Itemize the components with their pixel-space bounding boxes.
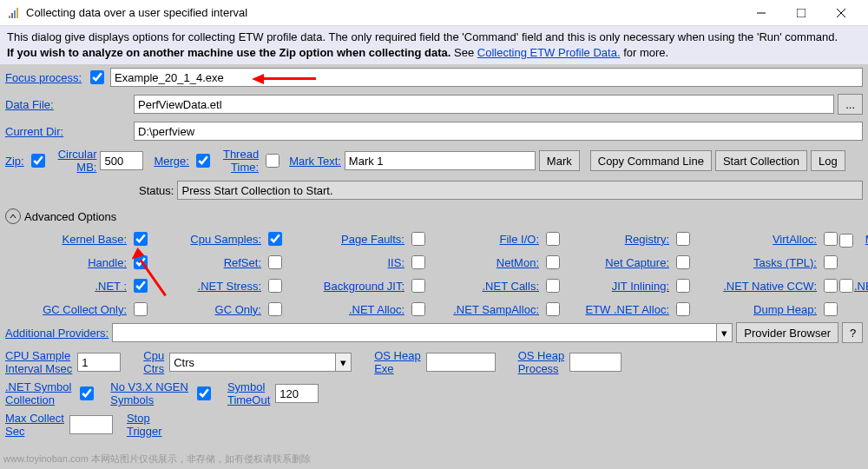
intro-link[interactable]: Collecting ETW Profile Data. [477, 46, 621, 59]
mark-text-label[interactable]: Mark Text: [289, 155, 341, 168]
focus-process-input[interactable] [110, 68, 863, 87]
net-stress-checkbox[interactable] [268, 279, 282, 293]
circular-mb-label[interactable]: Circular MB: [58, 148, 97, 174]
current-dir-input[interactable] [134, 122, 863, 141]
tasks-tpl-label[interactable]: Tasks (TPL): [699, 256, 820, 269]
no-v3x-ngen-checkbox[interactable] [197, 386, 211, 400]
net-calls-label[interactable]: .NET Calls: [434, 280, 542, 293]
minimize-button[interactable] [741, 0, 781, 26]
net-native-ccw-checkbox[interactable] [824, 279, 838, 293]
data-file-label[interactable]: Data File: [5, 98, 83, 111]
jit-inlining-label[interactable]: JIT Inlining: [569, 280, 673, 293]
cpu-ctrs-dropdown[interactable]: ▾ [336, 353, 352, 372]
net-capture-label[interactable]: Net Capture: [569, 256, 673, 269]
net-checkbox[interactable] [134, 279, 148, 293]
status-text [177, 181, 863, 200]
net-stress-label[interactable]: .NET Stress: [156, 280, 265, 293]
circular-mb-input[interactable] [100, 151, 143, 170]
netmon-label[interactable]: NetMon: [434, 256, 542, 269]
file-io-checkbox[interactable] [546, 232, 560, 246]
virtalloc-label[interactable]: VirtAlloc: [699, 233, 820, 246]
etw-net-alloc-checkbox[interactable] [676, 302, 690, 316]
merge-checkbox[interactable] [196, 154, 210, 168]
cpu-ctrs-input[interactable] [169, 353, 336, 372]
page-faults-label[interactable]: Page Faults: [291, 233, 408, 246]
mark-text-input[interactable] [345, 151, 536, 170]
os-heap-exe-input[interactable] [426, 353, 496, 372]
netmon-checkbox[interactable] [546, 255, 560, 269]
tasks-tpl-checkbox[interactable] [824, 255, 838, 269]
background-jit-label[interactable]: Background JIT: [291, 280, 408, 293]
handle-label[interactable]: Handle: [9, 256, 130, 269]
gc-collect-only-label[interactable]: GC Collect Only: [9, 303, 130, 316]
background-jit-checkbox[interactable] [411, 279, 425, 293]
gc-collect-only-checkbox[interactable] [134, 302, 148, 316]
registry-checkbox[interactable] [676, 232, 690, 246]
os-heap-process-label[interactable]: OS Heap Process [518, 349, 564, 375]
help-button[interactable]: ? [842, 322, 863, 343]
current-dir-label[interactable]: Current Dir: [5, 125, 83, 138]
additional-providers-label[interactable]: Additional Providers: [5, 327, 108, 340]
refset-label[interactable]: RefSet: [156, 256, 265, 269]
start-collection-button[interactable]: Start Collection [715, 150, 807, 171]
cpu-samples-checkbox[interactable] [268, 232, 282, 246]
net-sampalloc-checkbox[interactable] [546, 302, 560, 316]
net-symbol-collection-checkbox[interactable] [80, 386, 94, 400]
symbol-timeout-input[interactable] [275, 384, 319, 403]
data-file-input[interactable] [134, 95, 834, 114]
net-sampalloc-label[interactable]: .NET SampAlloc: [434, 303, 542, 316]
additional-providers-input[interactable] [112, 323, 717, 342]
advanced-toggle[interactable] [5, 208, 21, 224]
net-label[interactable]: .NET : [9, 280, 130, 293]
file-io-label[interactable]: File I/O: [434, 233, 542, 246]
dump-heap-checkbox[interactable] [824, 302, 838, 316]
cpu-sample-interval-input[interactable] [77, 353, 121, 372]
refset-checkbox[interactable] [268, 255, 282, 269]
os-heap-process-input[interactable] [569, 353, 621, 372]
merge-label[interactable]: Merge: [154, 155, 188, 168]
net-native-ccw-label[interactable]: .NET Native CCW: [699, 280, 820, 293]
zip-checkbox[interactable] [31, 154, 45, 168]
gc-only-checkbox[interactable] [268, 302, 282, 316]
dump-heap-label[interactable]: Dump Heap: [699, 303, 820, 316]
max-collect-sec-input[interactable] [69, 415, 113, 434]
additional-providers-dropdown[interactable]: ▾ [717, 323, 733, 342]
cpu-samples-label[interactable]: Cpu Samples: [156, 233, 265, 246]
net-loader-checkbox[interactable] [839, 279, 853, 293]
zip-label[interactable]: Zip: [5, 155, 24, 168]
virtalloc-checkbox[interactable] [824, 232, 838, 246]
stop-trigger-label[interactable]: Stop Trigger [127, 412, 162, 438]
max-collect-sec-label[interactable]: Max Collect Sec [5, 412, 64, 438]
maximize-button[interactable] [781, 0, 821, 26]
thread-time-label[interactable]: Thread Time: [223, 148, 259, 174]
iis-checkbox[interactable] [411, 255, 425, 269]
mark-button[interactable]: Mark [539, 150, 580, 171]
jit-inlining-checkbox[interactable] [676, 279, 690, 293]
thread-time-checkbox[interactable] [266, 154, 279, 168]
iis-label[interactable]: IIS: [291, 256, 408, 269]
registry-label[interactable]: Registry: [569, 233, 673, 246]
net-capture-checkbox[interactable] [676, 255, 690, 269]
os-heap-exe-label[interactable]: OS Heap Exe [374, 349, 420, 375]
focus-process-label[interactable]: Focus process: [5, 71, 83, 84]
cpu-ctrs-label[interactable]: Cpu Ctrs [143, 349, 164, 375]
no-v3x-ngen-label[interactable]: No V3.X NGEN Symbols [110, 380, 188, 406]
log-button[interactable]: Log [811, 150, 845, 171]
page-faults-checkbox[interactable] [411, 232, 425, 246]
cpu-sample-interval-label[interactable]: CPU Sample Interval Msec [5, 349, 72, 375]
net-calls-checkbox[interactable] [546, 279, 560, 293]
gc-only-label[interactable]: GC Only: [156, 303, 265, 316]
focus-process-checkbox[interactable] [90, 70, 104, 84]
kernel-base-label[interactable]: Kernel Base: [9, 233, 130, 246]
browse-button[interactable]: ... [838, 94, 863, 115]
copy-command-button[interactable]: Copy Command Line [590, 150, 712, 171]
symbol-timeout-label[interactable]: Symbol TimeOut [227, 380, 270, 406]
net-alloc-label[interactable]: .NET Alloc: [291, 303, 408, 316]
net-alloc-checkbox[interactable] [411, 302, 425, 316]
provider-browser-button[interactable]: Provider Browser [736, 322, 838, 343]
kernel-base-checkbox[interactable] [134, 232, 148, 246]
net-symbol-collection-label[interactable]: .NET Symbol Collection [5, 380, 71, 406]
etw-net-alloc-label[interactable]: ETW .NET Alloc: [569, 303, 673, 316]
close-button[interactable] [821, 0, 861, 26]
meminfo-checkbox[interactable] [839, 234, 853, 248]
